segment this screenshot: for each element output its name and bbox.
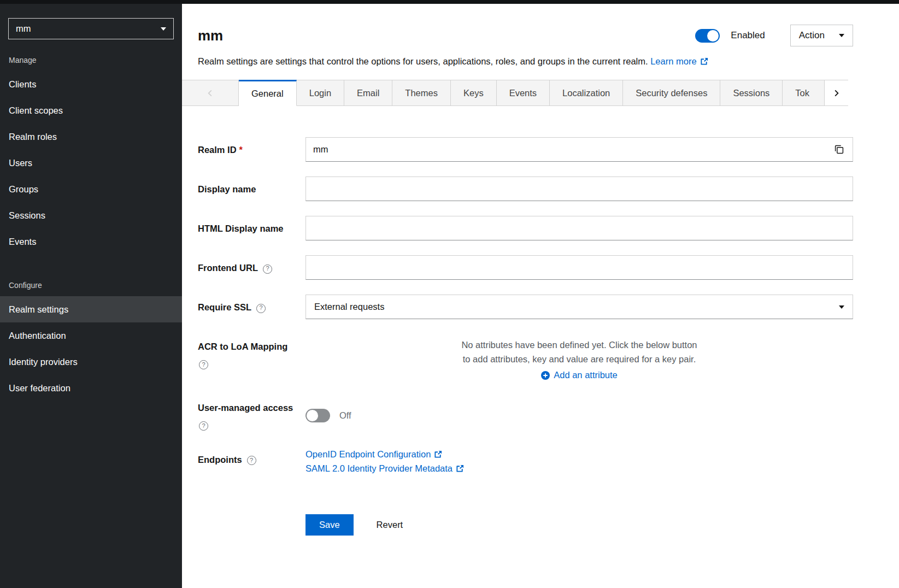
page-title: mm bbox=[198, 27, 223, 44]
page-header: mm Enabled Action Realm settings are set… bbox=[182, 4, 899, 68]
tab-events[interactable]: Events bbox=[497, 80, 550, 106]
tab-login[interactable]: Login bbox=[297, 80, 344, 106]
display-name-input[interactable] bbox=[305, 177, 853, 201]
external-link-icon bbox=[456, 464, 464, 473]
tab-label: Email bbox=[357, 88, 379, 98]
acr-empty-text: No attributes have been defined yet. Cli… bbox=[458, 338, 701, 366]
endpoint-link-label: OpenID Endpoint Configuration bbox=[305, 449, 431, 459]
sidebar-item-identity-providers[interactable]: Identity providers bbox=[0, 349, 182, 375]
tab-keys[interactable]: Keys bbox=[451, 80, 497, 106]
realm-settings-description: Realm settings are settings that control… bbox=[198, 56, 648, 66]
actions-row-spacer bbox=[198, 492, 305, 536]
tab-themes[interactable]: Themes bbox=[392, 80, 451, 106]
sidebar-item-events[interactable]: Events bbox=[0, 228, 182, 255]
tab-label: Login bbox=[309, 88, 331, 98]
tab-label: Themes bbox=[405, 88, 438, 98]
help-icon[interactable]: ? bbox=[263, 264, 272, 274]
frontend-url-label: Frontend URL? bbox=[198, 255, 305, 280]
learn-more-label: Learn more bbox=[650, 56, 696, 66]
realm-selector-value: mm bbox=[16, 23, 31, 34]
sidebar-nav-manage: Clients Client scopes Realm roles Users … bbox=[0, 71, 182, 255]
revert-button[interactable]: Revert bbox=[377, 520, 403, 530]
tab-label: Security defenses bbox=[636, 88, 707, 98]
help-icon[interactable]: ? bbox=[199, 360, 208, 369]
sidebar-item-client-scopes[interactable]: Client scopes bbox=[0, 97, 182, 124]
user-managed-access-state: Off bbox=[339, 410, 351, 421]
html-display-name-input[interactable] bbox=[305, 216, 853, 240]
tab-general[interactable]: General bbox=[239, 80, 297, 106]
tabs-spacer bbox=[848, 80, 899, 106]
realm-enabled-toggle[interactable] bbox=[695, 29, 720, 43]
endpoints-label: Endpoints? bbox=[198, 447, 305, 478]
chevron-down-icon bbox=[161, 27, 166, 31]
tab-tokens[interactable]: Tok bbox=[783, 80, 824, 106]
sidebar-nav-configure: Realm settings Authentication Identity p… bbox=[0, 296, 182, 401]
realm-settings-tabs: General Login Email Themes Keys Events L… bbox=[182, 80, 899, 106]
user-managed-access-toggle[interactable] bbox=[305, 409, 330, 422]
sidebar-item-groups[interactable]: Groups bbox=[0, 176, 182, 202]
realm-id-label: Realm ID* bbox=[198, 137, 305, 162]
endpoint-link-label: SAML 2.0 Identity Provider Metadata bbox=[305, 463, 453, 473]
tabs-scroll-right-button[interactable] bbox=[824, 80, 848, 106]
openid-endpoint-configuration-link[interactable]: OpenID Endpoint Configuration bbox=[305, 449, 853, 460]
help-icon[interactable]: ? bbox=[247, 456, 256, 465]
sidebar: mm Manage Clients Client scopes Realm ro… bbox=[0, 4, 182, 588]
sidebar-item-sessions[interactable]: Sessions bbox=[0, 202, 182, 228]
tab-localization[interactable]: Localization bbox=[550, 80, 623, 106]
sidebar-item-realm-settings[interactable]: Realm settings bbox=[0, 296, 182, 322]
tab-sessions[interactable]: Sessions bbox=[720, 80, 783, 106]
chevron-down-icon bbox=[839, 305, 844, 309]
sidebar-item-authentication[interactable]: Authentication bbox=[0, 322, 182, 349]
tab-label: Events bbox=[509, 88, 537, 98]
enabled-label: Enabled bbox=[731, 30, 765, 41]
external-link-icon bbox=[434, 450, 442, 458]
chevron-down-icon bbox=[839, 34, 844, 37]
chevron-left-icon bbox=[206, 89, 214, 97]
realm-selector[interactable]: mm bbox=[8, 18, 174, 39]
realm-id-input[interactable] bbox=[306, 138, 825, 161]
tab-label: Tok bbox=[795, 88, 809, 98]
action-label: Action bbox=[799, 30, 825, 41]
sidebar-item-users[interactable]: Users bbox=[0, 150, 182, 176]
help-icon[interactable]: ? bbox=[199, 421, 208, 431]
nav-heading-configure: Configure bbox=[0, 255, 182, 296]
tab-email[interactable]: Email bbox=[344, 80, 392, 106]
acr-loa-mapping-label: ACR to LoA Mapping ? bbox=[198, 334, 305, 380]
require-ssl-label: Require SSL? bbox=[198, 295, 305, 319]
action-dropdown-button[interactable]: Action bbox=[790, 25, 853, 46]
tab-label: Localization bbox=[562, 88, 610, 98]
frontend-url-input[interactable] bbox=[305, 255, 853, 280]
learn-more-link[interactable]: Learn more bbox=[650, 56, 708, 66]
nav-heading-manage: Manage bbox=[0, 39, 182, 71]
require-ssl-selected-value: External requests bbox=[314, 302, 384, 312]
add-attribute-label: Add an attribute bbox=[554, 370, 618, 380]
display-name-label: Display name bbox=[198, 177, 305, 201]
tab-security-defenses[interactable]: Security defenses bbox=[623, 80, 720, 106]
tab-label: General bbox=[251, 89, 284, 99]
realm-id-input-group bbox=[305, 137, 853, 162]
copy-button[interactable] bbox=[825, 138, 853, 161]
general-settings-form: Realm ID* Display name HTML Display name bbox=[198, 137, 853, 536]
saml-identity-provider-metadata-link[interactable]: SAML 2.0 Identity Provider Metadata bbox=[305, 463, 853, 474]
save-button[interactable]: Save bbox=[305, 514, 354, 536]
external-link-icon bbox=[700, 57, 708, 66]
required-indicator: * bbox=[239, 145, 243, 155]
add-attribute-button[interactable]: Add an attribute bbox=[541, 370, 618, 380]
sidebar-item-user-federation[interactable]: User federation bbox=[0, 375, 182, 401]
plus-circle-icon bbox=[541, 371, 550, 380]
tabs-scroll-left-button[interactable] bbox=[182, 80, 239, 106]
html-display-name-label: HTML Display name bbox=[198, 216, 305, 240]
toggle-knob bbox=[707, 30, 719, 42]
sidebar-item-realm-roles[interactable]: Realm roles bbox=[0, 124, 182, 150]
toggle-knob bbox=[307, 410, 318, 421]
sidebar-item-clients[interactable]: Clients bbox=[0, 71, 182, 97]
tab-label: Keys bbox=[463, 88, 484, 98]
help-icon[interactable]: ? bbox=[256, 304, 266, 313]
chevron-right-icon bbox=[832, 89, 841, 97]
masthead-bar bbox=[0, 0, 899, 4]
acr-loa-mapping-empty-state: No attributes have been defined yet. Cli… bbox=[305, 334, 853, 380]
require-ssl-select[interactable]: External requests bbox=[305, 295, 853, 319]
tab-label: Sessions bbox=[733, 88, 769, 98]
copy-icon bbox=[835, 145, 844, 154]
user-managed-access-label: User-managed access ? bbox=[198, 395, 305, 432]
